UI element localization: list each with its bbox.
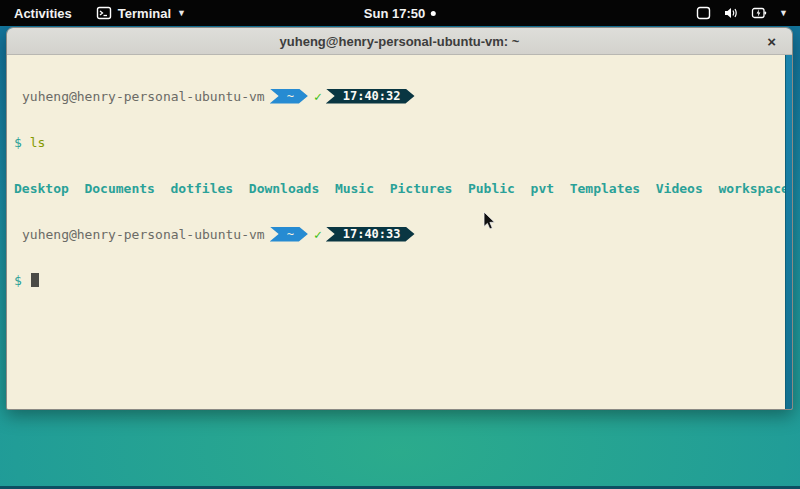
desktop-screen: Activities Terminal ▼ Sun 17:50 — [0, 0, 800, 489]
terminal-cursor — [31, 273, 39, 287]
prompt-line-1: yuheng@henry-personal-ubuntu-vm ~ ✓ 17:4… — [14, 88, 778, 104]
mouse-cursor — [483, 211, 497, 231]
prompt-line-2: yuheng@henry-personal-ubuntu-vm ~ ✓ 17:4… — [14, 226, 778, 242]
prompt-username: yuheng@henry-personal-ubuntu-vm — [14, 227, 265, 242]
chevron-down-icon: ▼ — [177, 9, 186, 18]
prompt-status-check-icon: ✓ — [314, 89, 322, 104]
app-menu-label: Terminal — [118, 6, 171, 21]
system-tray[interactable]: ▼ — [684, 0, 800, 26]
prompt-symbol: $ — [14, 273, 22, 288]
clock-label: Sun 17:50 — [364, 6, 425, 21]
window-titlebar[interactable]: yuheng@henry-personal-ubuntu-vm: ~ × — [7, 28, 792, 55]
volume-icon — [723, 6, 739, 20]
command-line: $ ls — [14, 134, 778, 150]
clock-menu[interactable]: Sun 17:50 — [364, 0, 436, 26]
activities-button[interactable]: Activities — [0, 0, 86, 26]
notification-dot-icon — [431, 11, 436, 16]
command-text: ls — [30, 135, 46, 150]
top-bar-left: Activities Terminal ▼ — [0, 0, 196, 26]
prompt-symbol: $ — [14, 135, 22, 150]
prompt-time-segment: 17:40:33 — [326, 227, 415, 242]
display-icon — [696, 6, 711, 20]
terminal-content[interactable]: yuheng@henry-personal-ubuntu-vm ~ ✓ 17:4… — [7, 55, 792, 410]
terminal-window: yuheng@henry-personal-ubuntu-vm: ~ × yuh… — [6, 27, 793, 410]
prompt-path-segment: ~ — [270, 227, 308, 242]
prompt-status-check-icon: ✓ — [314, 227, 322, 242]
battery-charging-icon — [751, 6, 767, 20]
chevron-down-icon: ▼ — [779, 8, 788, 18]
input-line[interactable]: $ — [14, 272, 778, 288]
scrollbar[interactable] — [785, 55, 792, 410]
window-title: yuheng@henry-personal-ubuntu-vm: ~ — [280, 34, 520, 49]
close-icon[interactable]: × — [763, 32, 780, 51]
terminal-app-icon — [96, 5, 112, 21]
prompt-time-segment: 17:40:32 — [326, 89, 415, 104]
ls-output-line: Desktop Documents dotfiles Downloads Mus… — [14, 180, 778, 196]
prompt-username: yuheng@henry-personal-ubuntu-vm — [14, 89, 265, 104]
prompt-path-segment: ~ — [270, 89, 308, 104]
app-menu-terminal[interactable]: Terminal ▼ — [86, 0, 196, 26]
top-bar: Activities Terminal ▼ Sun 17:50 — [0, 0, 800, 26]
